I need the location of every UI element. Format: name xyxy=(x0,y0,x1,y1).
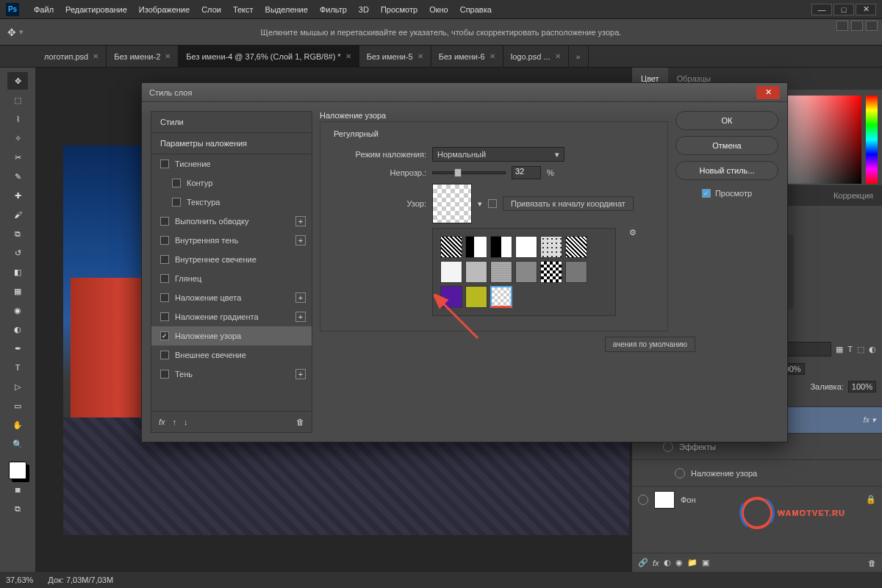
window-close[interactable]: ✕ xyxy=(856,4,876,15)
color-swatch[interactable] xyxy=(9,462,26,479)
doc-tab[interactable]: Без имени-4 @ 37,6% (Слой 1, RGB/8#) *✕ xyxy=(179,46,359,67)
tool-dropdown-icon[interactable]: ▾ xyxy=(19,27,24,37)
link-icon[interactable]: 🔗 xyxy=(638,558,648,567)
tool-crop[interactable]: ✂ xyxy=(7,148,28,166)
pattern-swatch[interactable] xyxy=(440,286,462,308)
style-Наложение цвета[interactable]: Наложение цвета+ xyxy=(151,288,312,307)
pattern-swatch[interactable] xyxy=(465,261,487,283)
tool-move[interactable]: ✥ xyxy=(7,72,28,90)
tool-eraser[interactable]: ◧ xyxy=(7,263,28,281)
style-Контур[interactable]: Контур xyxy=(151,173,312,193)
close-icon[interactable]: ✕ xyxy=(490,52,495,60)
tool-stamp[interactable]: ⧉ xyxy=(7,225,28,243)
tool-brush[interactable]: 🖌 xyxy=(7,206,28,223)
layer-row[interactable]: Фон 🔒 xyxy=(632,486,882,512)
style-Внутренняя тень[interactable]: Внутренняя тень+ xyxy=(151,231,312,250)
zoom-level[interactable]: 37,63% xyxy=(6,576,33,584)
filter-icon-2[interactable]: T xyxy=(847,345,853,354)
styles-header[interactable]: Стили xyxy=(151,112,312,133)
gear-icon[interactable]: ⚙ xyxy=(629,228,637,237)
visibility-icon[interactable] xyxy=(638,495,648,505)
dialog-close[interactable]: ✕ xyxy=(756,86,780,99)
plus-icon[interactable]: + xyxy=(295,312,306,322)
style-Внешнее свечение[interactable]: Внешнее свечение xyxy=(151,345,312,365)
checkbox[interactable] xyxy=(160,255,169,264)
frame-btn-1[interactable] xyxy=(836,21,848,31)
snap-origin-button[interactable]: Привязать к началу координат xyxy=(503,196,634,211)
pattern-swatch[interactable] xyxy=(565,236,587,258)
pattern-swatch[interactable] xyxy=(465,286,487,308)
menu-Файл[interactable]: Файл xyxy=(28,2,60,17)
pattern-swatch[interactable] xyxy=(465,236,487,258)
opacity-slider[interactable] xyxy=(432,171,506,174)
opacity-input[interactable]: 32 xyxy=(512,166,541,179)
doc-tab[interactable]: Без имени-2✕ xyxy=(107,46,179,67)
adj-icon[interactable]: ◉ xyxy=(675,558,683,567)
style-Тень[interactable]: Тень+ xyxy=(151,365,312,384)
trash-icon[interactable]: 🗑 xyxy=(296,417,304,426)
filter-icon-1[interactable]: ▦ xyxy=(836,345,843,354)
menu-Справка[interactable]: Справка xyxy=(454,2,498,17)
pattern-swatch[interactable] xyxy=(540,261,562,283)
frame-btn-3[interactable] xyxy=(866,21,878,31)
tab-correction[interactable]: Коррекция xyxy=(825,185,882,206)
doc-tab[interactable]: Без имени-6✕ xyxy=(431,46,503,67)
effect-row[interactable]: Наложение узора xyxy=(632,459,882,486)
arrow-down-icon[interactable]: ↓ xyxy=(184,417,188,426)
tool-pen[interactable]: ✒ xyxy=(7,340,28,357)
pattern-swatch-selected[interactable] xyxy=(490,286,512,308)
tool-heal[interactable]: ✚ xyxy=(7,187,28,204)
reset-defaults-button[interactable]: ачения по умолчанию xyxy=(605,337,695,352)
close-icon[interactable]: ✕ xyxy=(555,52,561,60)
new-layer-icon[interactable]: ▣ xyxy=(702,558,709,567)
checkbox[interactable] xyxy=(172,198,181,207)
blend-params-header[interactable]: Параметры наложения xyxy=(151,133,312,154)
frame-btn-2[interactable] xyxy=(851,21,863,31)
style-Выполнить обводку[interactable]: Выполнить обводку+ xyxy=(151,212,312,231)
close-icon[interactable]: ✕ xyxy=(165,52,171,60)
fill-value[interactable]: 100% xyxy=(848,381,876,392)
new-style-button[interactable]: Новый стиль... xyxy=(675,161,778,180)
quick-mask[interactable]: ◙ xyxy=(7,481,28,498)
tool-hand[interactable]: ✋ xyxy=(7,416,28,434)
tool-shape[interactable]: ▭ xyxy=(7,397,28,415)
menu-Окно[interactable]: Окно xyxy=(423,2,454,17)
pattern-swatch[interactable] xyxy=(440,236,462,258)
snap-icon[interactable] xyxy=(488,199,497,208)
plus-icon[interactable]: + xyxy=(295,216,306,226)
checkbox[interactable] xyxy=(160,217,169,226)
style-Тиснение[interactable]: Тиснение xyxy=(151,154,312,173)
menu-Текст[interactable]: Текст xyxy=(227,2,259,17)
close-icon[interactable]: ✕ xyxy=(345,52,351,60)
pattern-swatch[interactable] xyxy=(565,261,587,283)
doc-tab[interactable]: логотип.psd✕ xyxy=(37,46,107,67)
close-icon[interactable]: ✕ xyxy=(93,52,98,60)
style-Текстура[interactable]: Текстура xyxy=(151,193,312,212)
checkbox[interactable] xyxy=(160,159,169,168)
plus-icon[interactable]: + xyxy=(295,369,306,379)
doc-tab[interactable]: Без имени-5✕ xyxy=(359,46,431,67)
chevron-down-icon[interactable]: ▾ xyxy=(478,199,482,209)
pattern-swatch[interactable] xyxy=(515,236,537,258)
tool-history[interactable]: ↺ xyxy=(7,244,28,262)
ok-button[interactable]: ОК xyxy=(675,111,778,130)
window-maximize[interactable]: □ xyxy=(833,4,854,15)
checkbox[interactable]: ✓ xyxy=(160,331,169,340)
pattern-swatch[interactable] xyxy=(440,261,462,283)
checkbox[interactable] xyxy=(160,293,169,302)
menu-Изображение[interactable]: Изображение xyxy=(133,2,196,17)
tool-wand[interactable]: ✧ xyxy=(7,129,28,147)
checkbox[interactable] xyxy=(160,312,169,321)
mask-icon[interactable]: ◐ xyxy=(664,558,671,567)
tool-marquee[interactable]: ⬚ xyxy=(7,91,28,109)
style-Внутреннее свечение[interactable]: Внутреннее свечение xyxy=(151,250,312,269)
menu-Фильтр[interactable]: Фильтр xyxy=(314,2,353,17)
tool-path[interactable]: ▷ xyxy=(7,378,28,395)
style-Наложение градиента[interactable]: Наложение градиента+ xyxy=(151,307,312,326)
menu-Выделение[interactable]: Выделение xyxy=(259,2,314,17)
arrow-up-icon[interactable]: ↑ xyxy=(173,417,177,426)
window-minimize[interactable]: — xyxy=(811,4,832,15)
visibility-icon[interactable] xyxy=(663,442,673,452)
fx-icon[interactable]: fx xyxy=(159,417,165,426)
pattern-swatch[interactable] xyxy=(490,261,512,283)
